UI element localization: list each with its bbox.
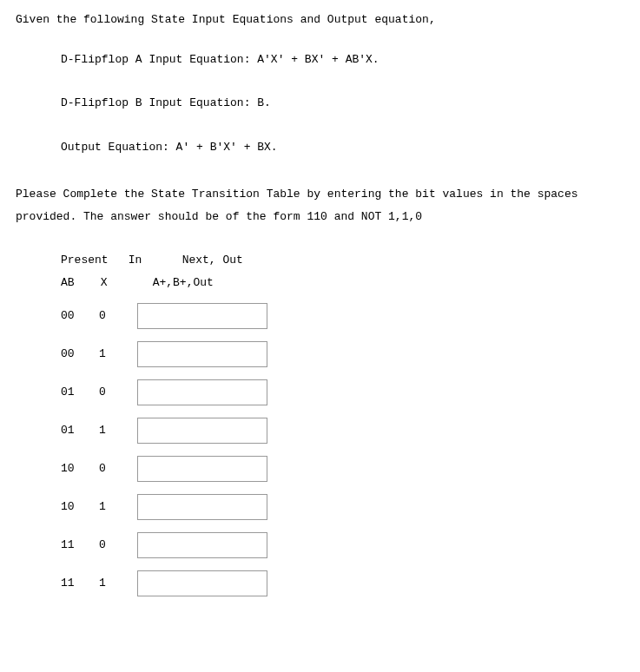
table-row: 00 1 xyxy=(61,341,624,367)
header-x: X xyxy=(101,275,146,291)
answer-input[interactable] xyxy=(137,379,267,405)
cell-x: 1 xyxy=(99,346,137,362)
cell-ab: 10 xyxy=(61,461,99,477)
cell-ab: 00 xyxy=(61,308,99,324)
state-table: Present In Next, Out AB X A+,B+,Out 00 0… xyxy=(61,253,624,596)
header-ab: AB xyxy=(61,275,94,291)
table-row: 01 1 xyxy=(61,418,624,444)
intro-text: Given the following State Input Equation… xyxy=(16,12,624,28)
equation-out: Output Equation: A' + B'X' + BX. xyxy=(61,140,624,155)
cell-ab: 00 xyxy=(61,346,99,362)
answer-input[interactable] xyxy=(137,303,267,329)
header-in: In xyxy=(129,253,175,268)
header-present: Present xyxy=(61,253,122,268)
answer-input[interactable] xyxy=(137,570,267,596)
cell-x: 1 xyxy=(99,499,137,515)
cell-x: 0 xyxy=(99,308,137,324)
cell-ab: 01 xyxy=(61,385,99,400)
table-header-row-1: Present In Next, Out xyxy=(61,253,624,268)
equation-da: D-Flipflop A Input Equation: A'X' + BX' … xyxy=(61,52,624,68)
table-row: 10 1 xyxy=(61,494,624,520)
table-row: 11 0 xyxy=(61,532,624,558)
answer-input[interactable] xyxy=(137,418,267,444)
table-row: 11 1 xyxy=(61,570,624,596)
answer-input[interactable] xyxy=(137,532,267,558)
cell-x: 1 xyxy=(99,576,137,591)
answer-input[interactable] xyxy=(137,341,267,367)
instructions-text: Please Complete the State Transition Tab… xyxy=(16,183,624,228)
header-next-out: Next, Out xyxy=(182,254,243,267)
answer-input[interactable] xyxy=(137,456,267,482)
table-row: 01 0 xyxy=(61,379,624,405)
equation-db: D-Flipflop B Input Equation: B. xyxy=(61,96,624,111)
answer-input[interactable] xyxy=(137,494,267,520)
cell-ab: 11 xyxy=(61,576,99,591)
cell-ab: 11 xyxy=(61,537,99,553)
table-header-row-2: AB X A+,B+,Out xyxy=(61,275,624,291)
header-abo: A+,B+,Out xyxy=(153,276,214,289)
cell-x: 1 xyxy=(99,423,137,438)
cell-ab: 01 xyxy=(61,423,99,438)
cell-x: 0 xyxy=(99,461,137,477)
cell-x: 0 xyxy=(99,385,137,400)
cell-x: 0 xyxy=(99,537,137,553)
table-row: 00 0 xyxy=(61,303,624,329)
cell-ab: 10 xyxy=(61,499,99,515)
table-row: 10 0 xyxy=(61,456,624,482)
